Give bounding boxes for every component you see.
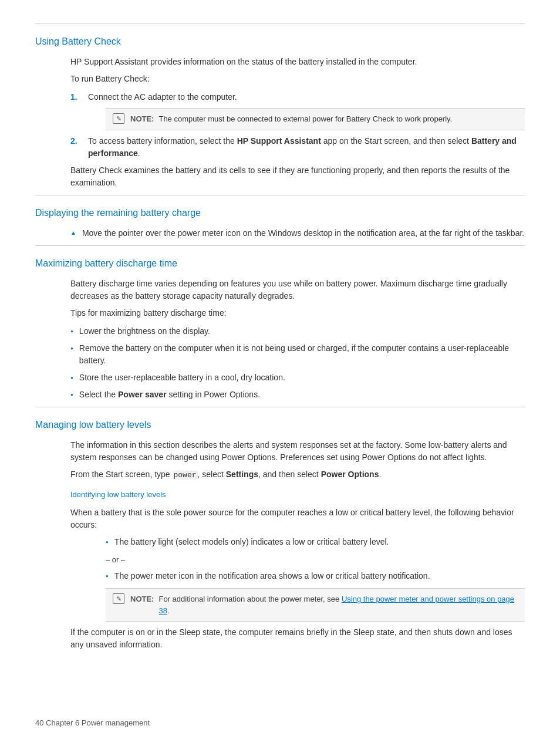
note-text-battery: The computer must be connected to extern… xyxy=(158,113,452,125)
managing-intro: The information in this section describe… xyxy=(70,439,525,481)
step-1-num: 1. xyxy=(70,91,85,103)
identifying-content: When a battery that is the sole power so… xyxy=(70,507,525,531)
bullet-item-power-saver: ● Select the Power saver setting in Powe… xyxy=(70,389,525,401)
maximizing-intro: Battery discharge time varies depending … xyxy=(70,278,525,319)
identifying-conclusion: If the computer is on or in the Sleep st… xyxy=(70,626,525,651)
section-title-managing: Managing low battery levels xyxy=(35,407,525,432)
battery-check-conclusion: Battery Check examines the battery and i… xyxy=(70,164,525,189)
identifying-dot-2: ● xyxy=(106,573,109,580)
identifying-bullet-2: ● The power meter icon in the notificati… xyxy=(106,570,525,582)
step-1: 1. Connect the AC adapter to the compute… xyxy=(70,91,525,103)
power-code: power xyxy=(173,471,198,480)
section-title-displaying: Displaying the remaining battery charge xyxy=(35,195,525,220)
subsection-identifying: Identifying low battery levels When a ba… xyxy=(70,489,525,651)
section-maximizing-battery: Maximizing battery discharge time Batter… xyxy=(35,245,525,401)
or-text: – or – xyxy=(106,554,525,566)
power-meter-link[interactable]: Using the power meter and power settings… xyxy=(158,595,514,615)
identifying-conclusion-text: If the computer is on or in the Sleep st… xyxy=(70,626,525,651)
bullet-text-remove-battery: Remove the battery on the computer when … xyxy=(79,342,525,367)
subsection-title-identifying: Identifying low battery levels xyxy=(70,489,525,501)
note-box-battery-check: NOTE: The computer must be connected to … xyxy=(106,108,525,130)
displaying-item-text: Move the pointer over the power meter ic… xyxy=(82,227,524,239)
power-saver-bold: Power saver xyxy=(118,390,167,399)
power-options-bold: Power Options xyxy=(321,470,379,479)
identifying-text-2: The power meter icon in the notification… xyxy=(114,570,430,582)
bullet-text-store-battery: Store the user-replaceable battery in a … xyxy=(79,372,285,384)
using-battery-check-p1: HP Support Assistant provides informatio… xyxy=(70,56,525,68)
maximizing-p1: Battery discharge time varies depending … xyxy=(70,278,525,302)
battery-check-conclusion-text: Battery Check examines the battery and i… xyxy=(70,164,525,189)
identifying-text-1: The battery light (select models only) i… xyxy=(114,536,389,548)
bullet-text-brightness: Lower the brightness on the display. xyxy=(79,325,210,337)
bullet-item-brightness: ● Lower the brightness on the display. xyxy=(70,325,525,337)
bullet-item-store-battery: ● Store the user-replaceable battery in … xyxy=(70,372,525,384)
displaying-list: ▲ Move the pointer over the power meter … xyxy=(70,227,525,239)
settings-bold: Settings xyxy=(226,470,258,479)
step-2-num: 2. xyxy=(70,135,85,160)
maximizing-bullet-list: ● Lower the brightness on the display. ●… xyxy=(70,325,525,401)
identifying-p1: When a battery that is the sole power so… xyxy=(70,507,525,531)
identifying-bullet-1: ● The battery light (select models only)… xyxy=(106,536,525,548)
triangle-icon-1: ▲ xyxy=(70,228,76,237)
step-2: 2. To access battery information, select… xyxy=(70,135,525,160)
hp-support-assistant-bold: HP Support Assistant xyxy=(237,136,321,146)
maximizing-p2: Tips for maximizing battery discharge ti… xyxy=(70,307,525,319)
note-label-battery: NOTE: xyxy=(130,113,154,125)
step-2-text: To access battery information, select th… xyxy=(88,135,525,160)
section-managing-low-battery: Managing low battery levels The informat… xyxy=(35,407,525,652)
step-1-text: Connect the AC adapter to the computer. xyxy=(88,91,237,103)
bullet-item-remove-battery: ● Remove the battery on the computer whe… xyxy=(70,342,525,367)
section-title-maximizing: Maximizing battery discharge time xyxy=(35,245,525,271)
note-text-power-meter: For additional information about the pow… xyxy=(158,593,518,616)
using-battery-check-p2: To run Battery Check: xyxy=(70,73,525,85)
bullet-dot-4: ● xyxy=(70,391,73,399)
bullet-text-power-saver: Select the Power saver setting in Power … xyxy=(79,389,260,401)
using-battery-check-intro: HP Support Assistant provides informatio… xyxy=(70,56,525,85)
section-using-battery-check: Using Battery Check HP Support Assistant… xyxy=(35,23,525,189)
battery-check-steps: 1. Connect the AC adapter to the compute… xyxy=(70,91,525,160)
note-box-power-meter: NOTE: For additional information about t… xyxy=(106,588,525,622)
section-title-using-battery-check: Using Battery Check xyxy=(35,23,525,49)
note-label-power-meter: NOTE: xyxy=(130,593,154,605)
managing-p1: The information in this section describe… xyxy=(70,439,525,464)
bullet-dot-3: ● xyxy=(70,374,73,382)
identifying-dot-1: ● xyxy=(106,539,109,546)
identifying-bullet-list-2: ● The power meter icon in the notificati… xyxy=(106,570,525,582)
identifying-bullet-list-1: ● The battery light (select models only)… xyxy=(106,536,525,548)
note-icon-battery xyxy=(113,113,124,124)
page-footer: 40 Chapter 6 Power management xyxy=(35,717,150,729)
note-icon-power-meter xyxy=(113,593,124,604)
displaying-list-item-1: ▲ Move the pointer over the power meter … xyxy=(70,227,525,239)
bullet-dot-2: ● xyxy=(70,345,73,352)
managing-p2: From the Start screen, type power, selec… xyxy=(70,468,525,481)
section-displaying-remaining: Displaying the remaining battery charge … xyxy=(35,195,525,239)
bullet-dot-1: ● xyxy=(70,328,73,335)
